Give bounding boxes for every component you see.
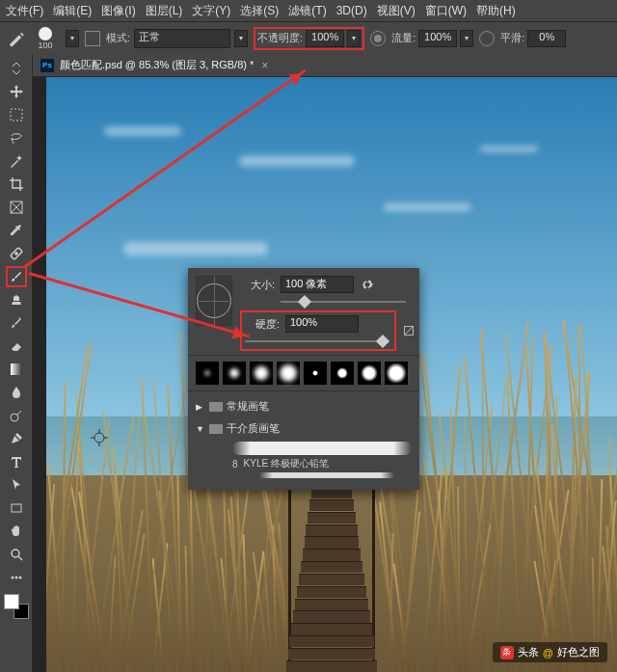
- menu-select[interactable]: 选择(S): [240, 3, 279, 19]
- svg-rect-3: [11, 363, 22, 375]
- tool-marquee[interactable]: [6, 104, 27, 125]
- tool-blur[interactable]: [6, 382, 27, 403]
- brush-hardness-slider[interactable]: [245, 336, 389, 346]
- tool-healing[interactable]: [6, 243, 27, 264]
- opacity-pressure-toggle[interactable]: [370, 31, 386, 46]
- opacity-control-highlighted: 不透明度: 100% ▾: [254, 27, 364, 50]
- blend-mode-dropdown[interactable]: ▾: [234, 30, 248, 47]
- tool-preset-picker[interactable]: [6, 29, 25, 48]
- preset-thumb[interactable]: [250, 362, 273, 385]
- menu-type[interactable]: 文字(Y): [192, 3, 230, 19]
- folder-icon: [209, 424, 223, 434]
- brush-size-input[interactable]: 100 像素: [281, 276, 354, 293]
- tool-magic-wand[interactable]: [6, 150, 27, 172]
- tool-pen[interactable]: [6, 428, 27, 449]
- folder-label: 干介质画笔: [227, 421, 280, 436]
- color-swatches[interactable]: [4, 594, 29, 619]
- smoothing-input[interactable]: 0%: [527, 30, 566, 47]
- document-tab[interactable]: Ps 颜色匹配.psd @ 85.3% (图层 3, RGB/8) * ×: [33, 54, 617, 77]
- brush-preset-name: KYLE 终极硬心铅笔: [244, 457, 329, 470]
- tool-brush[interactable]: [6, 266, 27, 287]
- brush-dropdown-button[interactable]: ▾: [66, 30, 79, 47]
- chevron-right-icon: ▶: [196, 402, 205, 412]
- brush-stroke-preview[interactable]: [232, 442, 412, 455]
- chevron-down-icon: ▼: [196, 424, 205, 434]
- brush-preset-panel: 大小: 100 像素 硬度: 100%: [188, 268, 419, 490]
- airbrush-toggle[interactable]: [479, 31, 495, 46]
- tool-eyedropper[interactable]: [6, 220, 27, 241]
- tool-clone-stamp[interactable]: [6, 289, 27, 310]
- tool-dodge[interactable]: [6, 405, 27, 426]
- svg-point-6: [12, 550, 19, 557]
- brush-size-label: 大小:: [240, 278, 275, 292]
- brush-hardness-label: 硬度:: [245, 317, 280, 332]
- document-title: 颜色匹配.psd @ 85.3% (图层 3, RGB/8) *: [60, 58, 254, 72]
- preset-thumb[interactable]: [223, 362, 246, 385]
- menu-3d[interactable]: 3D(D): [336, 4, 367, 17]
- brush-stroke-preview[interactable]: [259, 472, 394, 478]
- folder-dry-media[interactable]: ▼ 干介质画笔: [196, 417, 412, 440]
- brush-cursor-icon: [91, 429, 108, 446]
- tool-eraser[interactable]: [6, 336, 27, 357]
- tool-lasso[interactable]: [6, 127, 27, 148]
- watermark-prefix: 头条: [518, 645, 539, 659]
- tool-zoom[interactable]: [6, 544, 27, 565]
- tool-history-brush[interactable]: [6, 312, 27, 334]
- tool-type[interactable]: [6, 451, 27, 472]
- blend-mode-select[interactable]: 正常: [134, 29, 230, 48]
- opacity-input[interactable]: 100%: [306, 30, 344, 47]
- menu-file[interactable]: 文件(F): [6, 3, 43, 19]
- svg-point-8: [14, 577, 17, 579]
- folder-general-brushes[interactable]: ▶ 常规画笔: [196, 395, 412, 417]
- brush-hardness-input[interactable]: 100%: [285, 315, 359, 333]
- preset-thumb[interactable]: [304, 362, 327, 385]
- close-tab-button[interactable]: ×: [261, 59, 268, 72]
- tool-move[interactable]: [6, 81, 27, 102]
- tool-path-select[interactable]: [6, 474, 27, 496]
- preset-thumb[interactable]: [385, 362, 408, 385]
- menu-image[interactable]: 图像(I): [101, 3, 135, 19]
- brush-preset-picker[interactable]: 100: [31, 24, 60, 53]
- tool-rectangle[interactable]: [6, 497, 27, 519]
- svg-point-4: [11, 414, 18, 421]
- tool-hand[interactable]: [6, 521, 27, 542]
- new-preset-icon[interactable]: [402, 324, 416, 337]
- gear-icon[interactable]: [360, 277, 375, 292]
- opacity-dropdown[interactable]: ▾: [347, 30, 361, 47]
- brush-preset-size: 8: [232, 459, 238, 470]
- hardness-control-highlighted: 硬度: 100%: [240, 310, 396, 351]
- watermark-at: @: [543, 647, 553, 659]
- svg-point-7: [11, 577, 13, 579]
- menu-view[interactable]: 视图(V): [377, 3, 416, 19]
- ps-badge-icon: Ps: [40, 59, 54, 72]
- flow-label: 流量:: [391, 31, 416, 45]
- menu-window[interactable]: 窗口(W): [425, 3, 467, 19]
- preset-thumb[interactable]: [277, 362, 300, 385]
- opacity-label: 不透明度:: [257, 31, 303, 45]
- menu-layer[interactable]: 图层(L): [146, 3, 183, 19]
- tool-crop[interactable]: [6, 174, 27, 195]
- menu-bar: 文件(F) 编辑(E) 图像(I) 图层(L) 文字(Y) 选择(S) 滤镜(T…: [0, 0, 617, 21]
- brush-size-slider[interactable]: [281, 297, 416, 307]
- vertical-toolbar: [0, 54, 33, 672]
- foreground-color-swatch[interactable]: [4, 594, 19, 609]
- menu-help[interactable]: 帮助(H): [476, 3, 516, 19]
- svg-point-9: [18, 577, 21, 579]
- brush-settings-icon[interactable]: [85, 31, 100, 46]
- brush-preset-thumbnails: [188, 355, 419, 391]
- menu-edit[interactable]: 编辑(E): [53, 3, 92, 19]
- preset-thumb[interactable]: [358, 362, 381, 385]
- flow-dropdown[interactable]: ▾: [460, 30, 473, 47]
- preset-thumb[interactable]: [331, 362, 354, 385]
- preset-thumb[interactable]: [196, 362, 219, 385]
- brush-preview-icon: [39, 27, 52, 40]
- brush-tip-preview[interactable]: [196, 276, 232, 326]
- folder-label: 常规画笔: [227, 399, 269, 414]
- tool-gradient[interactable]: [6, 359, 27, 380]
- flow-input[interactable]: 100%: [418, 30, 457, 47]
- watermark-name: 好色之图: [557, 645, 600, 659]
- tool-edit-toolbar[interactable]: [6, 567, 27, 588]
- tool-frame[interactable]: [6, 197, 27, 218]
- tool-doublearrow-icon[interactable]: [6, 58, 27, 79]
- menu-filter[interactable]: 滤镜(T): [288, 3, 326, 19]
